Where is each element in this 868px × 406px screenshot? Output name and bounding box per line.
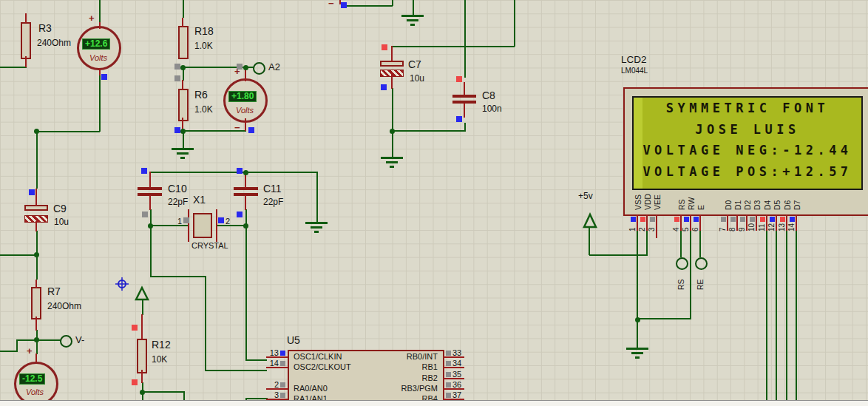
wire [413, 0, 414, 15]
lcd-pin-stub [656, 214, 657, 238]
lcd-pin-label-D6: D6 [783, 200, 792, 210]
u5-pin-indicator [446, 372, 451, 377]
lcd-pin-indicator [650, 217, 655, 222]
voltmeter-2-minus: − [234, 124, 240, 132]
lcd-pin-label-VSS: VSS [634, 194, 642, 210]
junction-dot [390, 129, 395, 134]
lcd-screen-line-1: SYMMETRIC FONT [634, 101, 861, 115]
resistor-r3[interactable] [21, 22, 31, 59]
lcd-pin-indicator [684, 217, 689, 222]
terminal-a2[interactable] [253, 62, 265, 75]
lcd-pin-number-12: 12 [767, 223, 776, 231]
wire [0, 351, 17, 352]
wire [150, 172, 317, 173]
capacitor-c7-plate-pos[interactable] [380, 61, 404, 67]
r12-ref: R12 [152, 339, 171, 351]
pin-stub [25, 56, 27, 67]
wire [776, 231, 777, 400]
lcd-pin-indicator [770, 217, 775, 222]
junction-dot [180, 65, 186, 70]
pin-stub [141, 370, 143, 383]
lcd-pin-number-6: 6 [691, 227, 699, 231]
pin-stub [99, 22, 101, 29]
pin-stub [149, 195, 151, 210]
u5-pin-indicator [446, 361, 451, 366]
lcd-pin-stub [756, 214, 757, 231]
pin-stub [35, 221, 37, 231]
x1-value: CRYSTAL [191, 241, 228, 250]
wire [150, 276, 206, 277]
resistor-r18[interactable] [178, 26, 189, 59]
pin-stub [245, 195, 246, 210]
r3-ref: R3 [38, 22, 52, 34]
indicator-square [381, 84, 387, 90]
lcd-pin-number-2: 2 [638, 227, 646, 231]
wire [0, 254, 37, 256]
u5-pin-number-3: 3 [266, 390, 279, 399]
wire [216, 225, 246, 226]
resistor-r7[interactable] [31, 287, 41, 319]
lcd-pin-indicator [721, 217, 726, 222]
c11-ref: C11 [263, 183, 282, 194]
pin-stub [245, 118, 246, 131]
lcd-pin-indicator [750, 217, 755, 222]
r18-value: 1.0K [194, 41, 213, 51]
resistor-r12[interactable] [137, 339, 147, 373]
wire [392, 88, 393, 158]
c11-value: 22pF [263, 197, 283, 207]
pin-stub [35, 189, 37, 206]
lcd-pin-indicator [674, 217, 679, 222]
ground-symbol [172, 148, 194, 150]
lcd-pin-number-13: 13 [778, 223, 786, 231]
pin-stub [391, 46, 393, 61]
r12-value: 10K [152, 354, 167, 365]
terminal-rs[interactable] [676, 257, 688, 270]
resistor-r6[interactable] [178, 89, 189, 121]
voltmeter-3-display: -12.5 [19, 373, 45, 385]
wire [36, 339, 61, 341]
pin-stub [99, 68, 101, 75]
wire [392, 46, 515, 47]
wire [36, 131, 100, 132]
crystal-x1[interactable] [193, 213, 212, 238]
c7-value: 10u [410, 73, 424, 84]
partial-top-minus: − [328, 0, 334, 7]
schematic-canvas[interactable]: R3 240Ohm +12.6 Volts + R18 1.0K R6 1.0K… [0, 0, 868, 406]
wire [245, 359, 267, 361]
wire [637, 231, 638, 348]
r7-ref: R7 [47, 285, 61, 297]
voltmeter-3-unit: Volts [26, 388, 44, 396]
terminal-v-minus-label: V- [75, 334, 84, 345]
terminal-v-minus[interactable] [60, 335, 72, 348]
wire [183, 391, 185, 400]
wire [205, 276, 206, 371]
u5-pin-number-36: 36 [452, 380, 461, 389]
junction-dot [243, 65, 248, 70]
ground-symbol [314, 231, 319, 233]
pin-stub [464, 82, 465, 95]
lcd-pin-number-7: 7 [719, 227, 727, 231]
junction-dot [34, 252, 39, 257]
lcd-pin-label-RS: RS [677, 199, 686, 210]
lcd-pin-indicator [760, 217, 765, 222]
u5-pin-indicator [446, 393, 451, 398]
pin-stub [25, 13, 27, 23]
ground-symbol [631, 352, 643, 354]
wire [514, 0, 515, 47]
u5-pin-indicator [280, 351, 285, 356]
lcd-part: LM044L [621, 67, 648, 75]
lcd-pin-label-VEE: VEE [653, 194, 662, 210]
origin-crosshair-marker [115, 277, 129, 291]
capacitor-c9-plate-pos[interactable] [24, 205, 48, 211]
lcd-pin-number-5: 5 [682, 227, 690, 231]
ground-symbol [177, 152, 189, 155]
wire [637, 318, 691, 319]
junction-dot [243, 223, 248, 229]
terminal-re[interactable] [695, 257, 708, 270]
wire [680, 231, 682, 257]
indicator-square [141, 168, 147, 174]
lcd-pin-label-D5: D5 [773, 200, 781, 210]
lcd-pin-label-D3: D3 [753, 200, 762, 210]
wire [766, 231, 767, 400]
lcd-pin-number-14: 14 [787, 223, 796, 231]
